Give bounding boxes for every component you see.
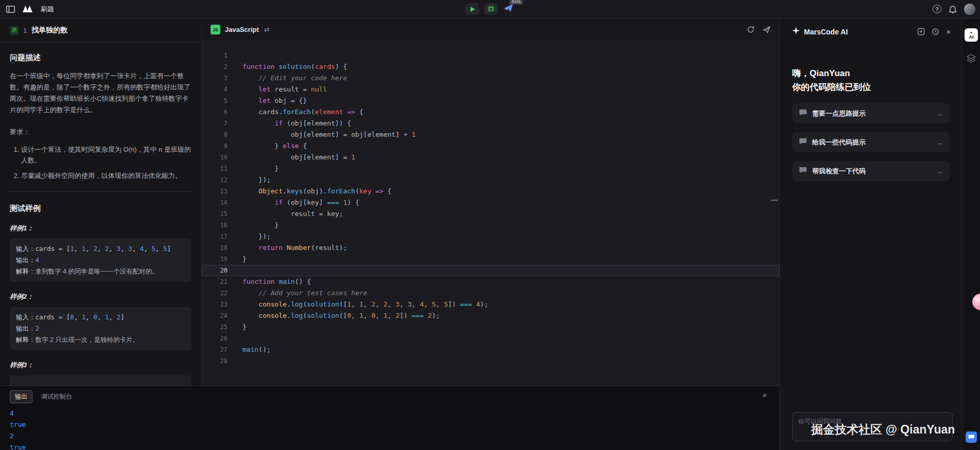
- editor-tab-bar: JS JavaScript ⇄: [202, 19, 779, 41]
- explanation-label: 解释：: [16, 334, 36, 346]
- arrow-right-icon: →: [936, 167, 943, 175]
- code-line[interactable]: 8 obj[element] = obj[element] + 1: [202, 129, 779, 140]
- code-line[interactable]: 4 let result = null: [202, 84, 779, 95]
- code-line[interactable]: 9 } else {: [202, 140, 779, 152]
- switch-language-icon[interactable]: ⇄: [264, 26, 270, 33]
- code-line[interactable]: 27main();: [202, 344, 779, 355]
- console-line: 2: [10, 430, 779, 442]
- code-text: function main() {: [227, 276, 311, 287]
- code-text: result = key;: [227, 208, 343, 220]
- code-line[interactable]: 24 console.log(solution([0, 1, 0, 1, 2])…: [202, 310, 779, 321]
- bug-icon: [487, 4, 495, 14]
- code-line[interactable]: 16 }: [202, 220, 779, 231]
- input-label: 输入：: [16, 312, 36, 323]
- line-number: 20: [202, 265, 227, 276]
- reset-code-icon[interactable]: [747, 26, 755, 33]
- debug-button[interactable]: [484, 3, 498, 15]
- code-editor: JS JavaScript ⇄ 12function solution(card…: [202, 19, 779, 386]
- chat-bubble-icon: [799, 109, 807, 118]
- code-text: console.log(solution([0, 1, 0, 1, 2]) ==…: [227, 310, 440, 321]
- tab-output[interactable]: 输出: [10, 390, 32, 403]
- code-line[interactable]: 23 console.log(solution([1, 1, 2, 2, 3, …: [202, 299, 779, 310]
- ai-chat-input[interactable]: [792, 412, 953, 441]
- code-line[interactable]: 15 result = key;: [202, 208, 779, 220]
- code-text: if (obj[key] === 1) {: [227, 197, 359, 208]
- code-line[interactable]: 11 }: [202, 163, 779, 174]
- code-line[interactable]: 25}: [202, 321, 779, 333]
- code-line[interactable]: 22 // Add your test cases here: [202, 287, 779, 299]
- layers-icon[interactable]: [967, 54, 976, 65]
- right-rail: ✦ AI: [962, 19, 980, 450]
- code-line[interactable]: 13 Object.keys(obj).forEach(key => {: [202, 186, 779, 197]
- greeting-line2: 你的代码陪练已到位: [792, 80, 950, 94]
- problem-body: 问题描述 在一个班级中，每位同学都拿到了一张卡片，上面有一个整数。有趣的是，除了…: [0, 43, 201, 386]
- code-line[interactable]: 6 cards.forEach(element => {: [202, 106, 779, 118]
- line-number: 22: [202, 287, 227, 299]
- ai-panel-close-icon[interactable]: ×: [946, 28, 951, 35]
- code-line[interactable]: 7 if (obj[element]) {: [202, 118, 779, 129]
- code-line[interactable]: 10 obj[element] = 1: [202, 152, 779, 163]
- code-line[interactable]: 18 return Number(result);: [202, 242, 779, 254]
- console-tabs: 输出 调试控制台: [0, 386, 779, 403]
- line-number: 25: [202, 321, 227, 333]
- beta-badge: Beta: [510, 0, 523, 5]
- activity-float-button[interactable]: [972, 294, 980, 310]
- language-selector[interactable]: JavaScript: [225, 26, 259, 33]
- sparkle-icon: ✦: [970, 31, 973, 34]
- line-number: 2: [202, 61, 227, 73]
- code-text: console.log(solution([1, 1, 2, 2, 3, 3, …: [227, 299, 488, 310]
- code-line[interactable]: 20: [202, 265, 779, 276]
- code-line[interactable]: 21function main() {: [202, 276, 779, 287]
- format-code-icon[interactable]: [763, 26, 771, 33]
- code-line[interactable]: 2function solution(cards) {: [202, 61, 779, 73]
- suggestion-review-button[interactable]: 帮我检查一下代码 →: [792, 161, 950, 181]
- code-area[interactable]: 12function solution(cards) {3 // Edit yo…: [202, 41, 779, 386]
- requirement-item: 设计一个算法，使其时间复杂度为 O(n)，其中 n 是班级的人数。: [21, 144, 191, 166]
- suggestion-label: 给我一些代码提示: [812, 138, 866, 147]
- help-icon[interactable]: ?: [933, 5, 941, 13]
- code-line[interactable]: 26: [202, 333, 779, 344]
- code-line[interactable]: 5 let obj = {}: [202, 95, 779, 106]
- line-number: 28: [202, 355, 227, 367]
- console-close-icon[interactable]: ×: [762, 391, 767, 399]
- code-line[interactable]: 17 });: [202, 231, 779, 242]
- suggestion-code-hint-button[interactable]: 给我一些代码提示 →: [792, 132, 950, 152]
- marscode-logo-icon[interactable]: [22, 5, 34, 13]
- code-text: } else {: [227, 140, 307, 152]
- sidebar-toggle-icon[interactable]: [6, 6, 15, 13]
- top-bar: 刷题 Beta ?: [0, 0, 980, 19]
- ai-assistant-badge[interactable]: ✦ AI: [965, 28, 978, 42]
- tab-debug-console[interactable]: 调试控制台: [41, 392, 72, 401]
- code-line[interactable]: 12 });: [202, 174, 779, 186]
- line-number: 14: [202, 197, 227, 208]
- line-number: 26: [202, 333, 227, 344]
- explanation-text: 拿到数字 4 的同学是唯一一个没有配对的。: [36, 266, 159, 277]
- greeting-line1: 嗨，QianYuan: [792, 66, 950, 80]
- input-label: 输入：: [16, 243, 36, 255]
- history-icon[interactable]: [932, 28, 939, 35]
- output-label: 输出：: [16, 323, 36, 334]
- code-line[interactable]: 14 if (obj[key] === 1) {: [202, 197, 779, 208]
- user-avatar[interactable]: [964, 4, 975, 15]
- code-lines: 12function solution(cards) {3 // Edit yo…: [202, 50, 779, 367]
- console-panel: 输出 调试控制台 × 4true2true: [0, 386, 779, 450]
- ai-badge-label: AI: [969, 34, 974, 40]
- scrollbar-marker[interactable]: [771, 200, 778, 201]
- code-line[interactable]: 1: [202, 50, 779, 61]
- code-line[interactable]: 3 // Edit your code here: [202, 73, 779, 84]
- line-number: 4: [202, 84, 227, 95]
- new-chat-icon[interactable]: [917, 28, 925, 35]
- run-button[interactable]: [465, 3, 479, 15]
- line-number: 18: [202, 242, 227, 254]
- sample-label: 样例1：: [10, 224, 191, 233]
- code-line[interactable]: 19}: [202, 254, 779, 265]
- submit-button[interactable]: Beta: [502, 3, 515, 15]
- notification-bell-icon[interactable]: [949, 5, 957, 13]
- nav-practice-label[interactable]: 刷题: [41, 5, 54, 14]
- requirement-item: 尽量减少额外空间的使用，以体现你的算法优化能力。: [21, 170, 191, 181]
- code-text: if (obj[element]) {: [227, 118, 351, 129]
- suggestion-hint-button[interactable]: 需要一点思路提示 →: [792, 103, 950, 123]
- feedback-icon[interactable]: [966, 431, 977, 443]
- code-line[interactable]: 28: [202, 355, 779, 367]
- line-number: 3: [202, 73, 227, 84]
